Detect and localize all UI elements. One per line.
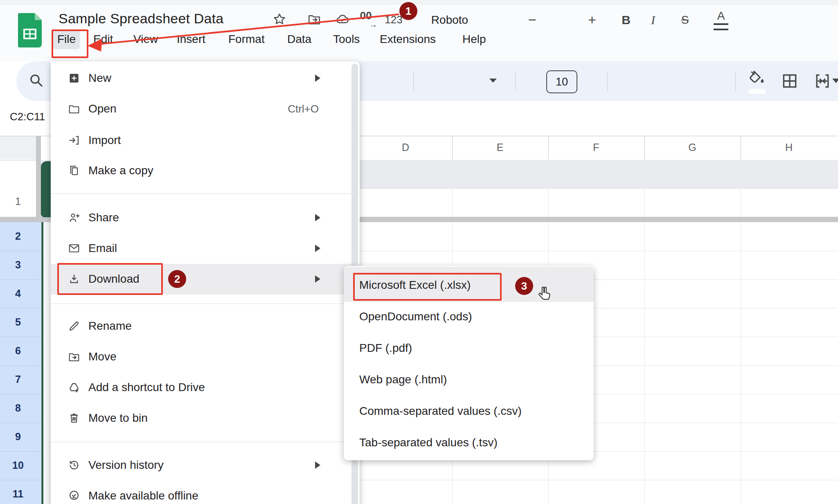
italic-button[interactable]: I <box>643 0 663 40</box>
column-border <box>644 136 645 160</box>
decimal-arrow-icon: → <box>369 20 377 29</box>
menu-insert[interactable]: Insert <box>173 29 210 49</box>
submenu-arrow-icon <box>315 461 320 469</box>
row-border <box>0 451 41 452</box>
fill-color-button[interactable] <box>748 69 766 94</box>
decrease-decimal-button[interactable]: 00 → <box>354 0 377 40</box>
grid-line <box>548 188 549 217</box>
version-history-icon <box>68 459 80 471</box>
frozen-column-divider[interactable] <box>36 136 41 217</box>
drive-add-shortcut-icon <box>68 381 80 394</box>
menu-format[interactable]: Format <box>224 29 269 49</box>
name-box[interactable]: C2:C11 <box>10 110 45 123</box>
new-icon <box>68 72 80 84</box>
font-family-select[interactable]: Roboto <box>423 0 476 40</box>
decimal-label: 00 <box>360 11 372 20</box>
column-header-f[interactable]: F <box>593 142 599 153</box>
menu-item-rename[interactable]: Rename <box>51 314 360 338</box>
row-header-9[interactable]: 9 <box>0 431 36 443</box>
menu-item-make-a-copy[interactable]: Make a copy <box>51 158 360 183</box>
annotation-box-xlsx <box>353 273 502 301</box>
toolbar-divider <box>735 71 736 91</box>
row-header-3[interactable]: 3 <box>0 259 36 271</box>
row-border <box>0 394 41 394</box>
annotation-step-3: 3 <box>515 277 533 295</box>
move-to-folder-icon[interactable] <box>307 12 321 26</box>
annotation-box-file <box>52 29 88 58</box>
grid-line <box>452 188 453 217</box>
offline-check-icon <box>68 490 80 502</box>
menu-item-make-available-offline[interactable]: Make available offline <box>51 484 360 504</box>
column-c-sliver <box>43 222 51 504</box>
column-border <box>548 136 549 160</box>
row-header-1[interactable]: 1 <box>0 196 36 207</box>
search-icon[interactable] <box>28 72 44 88</box>
menu-item-version-history[interactable]: Version history <box>51 453 360 477</box>
star-icon[interactable] <box>273 12 286 26</box>
row-border <box>0 480 41 480</box>
menu-item-move-to-bin[interactable]: Move to bin <box>51 406 360 430</box>
column-header-g[interactable]: G <box>688 142 696 153</box>
submenu-item-tsv[interactable]: Tab-separated values (.tsv) <box>344 430 594 455</box>
row-header-4[interactable]: 4 <box>0 288 36 299</box>
row-header-11[interactable]: 11 <box>0 488 36 500</box>
row-header-6[interactable]: 6 <box>0 345 36 357</box>
toolbar-overflow-caret-icon[interactable] <box>832 79 838 83</box>
menu-item-label: Move <box>88 350 116 363</box>
menu-item-add-shortcut-to-drive[interactable]: Add a shortcut to Drive <box>51 375 360 400</box>
grid-line <box>357 480 838 480</box>
submenu-arrow-icon <box>315 245 320 252</box>
font-size-value[interactable]: 10 <box>546 70 577 93</box>
submenu-item-html[interactable]: Web page (.html) <box>344 367 594 392</box>
font-family-caret-icon[interactable] <box>489 79 497 83</box>
row-header-7[interactable]: 7 <box>0 374 36 385</box>
grid-corner-cell[interactable] <box>0 136 36 159</box>
menu-item-label: Make a copy <box>88 164 153 177</box>
submenu-item-ods[interactable]: OpenDocument (.ods) <box>344 304 594 329</box>
column-header-d[interactable]: D <box>402 142 409 153</box>
row-header-2[interactable]: 2 <box>0 230 36 242</box>
toolbar-divider <box>413 71 414 91</box>
strikethrough-button[interactable]: S <box>675 0 695 40</box>
submenu-item-csv[interactable]: Comma-separated values (.csv) <box>344 399 594 423</box>
copy-icon <box>68 164 80 177</box>
menu-item-label: Share <box>88 211 119 224</box>
grid-line <box>359 188 838 189</box>
hand-cursor <box>537 286 553 304</box>
row-border <box>0 423 41 423</box>
menu-item-shortcut: Ctrl+O <box>288 103 319 115</box>
document-title[interactable]: Sample Spreadsheet Data <box>59 11 223 27</box>
selected-cell-c1-green <box>41 161 52 217</box>
grid-line <box>644 222 645 504</box>
row-header-10[interactable]: 10 <box>0 459 36 471</box>
menu-item-share[interactable]: Share <box>51 205 360 230</box>
decrease-font-size-button[interactable]: − <box>523 0 542 40</box>
bold-button[interactable]: B <box>616 0 636 40</box>
menu-item-import[interactable]: Import <box>51 128 360 153</box>
selection-left-border <box>41 222 43 504</box>
text-color-button[interactable]: A <box>711 0 731 40</box>
row-header-5[interactable]: 5 <box>0 316 36 328</box>
column-header-e[interactable]: E <box>497 142 504 153</box>
menu-item-new[interactable]: New <box>51 66 360 90</box>
menu-item-email[interactable]: Email <box>51 236 360 261</box>
menu-item-open[interactable]: Open Ctrl+O <box>51 97 360 121</box>
row-border <box>0 337 41 337</box>
menu-data[interactable]: Data <box>283 29 315 49</box>
font-size-field[interactable]: 10 <box>546 70 577 93</box>
increase-font-size-button[interactable]: + <box>583 0 601 40</box>
column-header-h[interactable]: H <box>785 142 793 153</box>
submenu-arrow-icon <box>315 275 320 283</box>
borders-icon[interactable] <box>781 72 799 90</box>
cloud-saved-icon[interactable] <box>336 12 349 26</box>
menu-edit[interactable]: Edit <box>89 29 117 49</box>
column-border <box>452 136 453 160</box>
row-header-8[interactable]: 8 <box>0 402 36 414</box>
submenu-item-pdf[interactable]: PDF (.pdf) <box>344 336 594 360</box>
column-border <box>741 136 741 160</box>
menu-item-move[interactable]: Move <box>51 344 360 369</box>
merge-cells-icon[interactable] <box>813 72 831 90</box>
menu-view[interactable]: View <box>129 29 162 49</box>
annotation-step-2: 2 <box>168 270 186 288</box>
rename-pencil-icon <box>68 320 80 332</box>
